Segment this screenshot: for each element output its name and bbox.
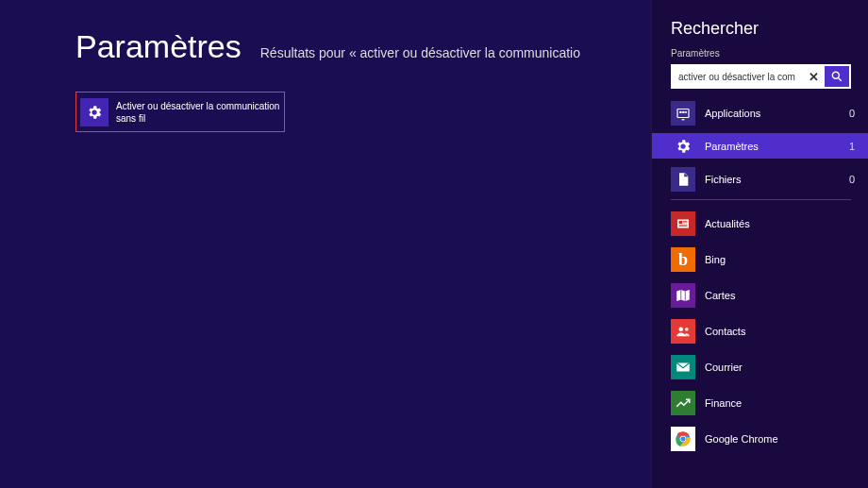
- news-icon: [671, 211, 695, 236]
- svg-rect-12: [679, 226, 688, 227]
- app-list: ActualitésbBingCartesContactsCourrierFin…: [671, 210, 851, 453]
- scope-count: 1: [849, 141, 862, 152]
- finance-icon: [671, 391, 695, 415]
- scope-item-paramètres[interactable]: Paramètres1: [652, 133, 868, 159]
- app-item-cartes[interactable]: Cartes: [671, 281, 851, 310]
- scope-item-fichiers[interactable]: Fichiers0: [652, 166, 868, 192]
- gear-icon: [671, 134, 695, 159]
- app-label: Courrier: [705, 362, 743, 373]
- maps-icon: [671, 283, 695, 308]
- app-item-google-chrome[interactable]: Google Chrome: [671, 425, 851, 453]
- file-icon: [671, 167, 695, 192]
- results-pane: Paramètres Résultats pour « activer ou d…: [0, 0, 651, 488]
- clear-icon[interactable]: ✕: [809, 70, 819, 84]
- gear-icon: [80, 98, 108, 126]
- scope-count: 0: [849, 174, 862, 185]
- scope-item-applications[interactable]: Applications0: [652, 100, 868, 126]
- app-label: Actualités: [705, 218, 750, 229]
- svg-rect-10: [683, 223, 688, 224]
- search-result-tile[interactable]: Activer ou désactiver la communication s…: [75, 92, 285, 132]
- divider: [671, 199, 851, 200]
- bing-icon: b: [671, 247, 695, 272]
- svg-point-16: [679, 328, 684, 332]
- svg-rect-8: [679, 221, 683, 224]
- scope-label: Applications: [705, 108, 849, 119]
- scope-count: 0: [849, 108, 862, 119]
- svg-rect-9: [683, 221, 688, 222]
- svg-rect-5: [685, 110, 687, 112]
- app-item-actualités[interactable]: Actualités: [671, 210, 851, 238]
- svg-point-22: [681, 437, 686, 442]
- app-item-finance[interactable]: Finance: [671, 389, 851, 417]
- app-item-bing[interactable]: bBing: [671, 245, 851, 274]
- search-input[interactable]: [671, 64, 825, 89]
- scope-label: Paramètres: [705, 141, 849, 152]
- svg-point-17: [685, 328, 689, 331]
- results-subtitle: Résultats pour « activer ou désactiver l…: [260, 45, 580, 60]
- scope-label: Fichiers: [705, 174, 849, 185]
- apps-icon: [671, 101, 695, 126]
- results-header: Paramètres Résultats pour « activer ou d…: [75, 28, 651, 65]
- svg-line-1: [838, 77, 841, 80]
- app-label: Google Chrome: [705, 433, 778, 445]
- svg-rect-4: [682, 110, 684, 112]
- search-row: ✕: [671, 64, 851, 89]
- app-label: Contacts: [705, 326, 745, 337]
- app-label: Finance: [705, 397, 742, 409]
- charm-title: Rechercher: [671, 19, 851, 39]
- search-charm-panel: Rechercher Paramètres ✕ Applications0Par…: [651, 0, 868, 488]
- svg-point-0: [832, 72, 839, 78]
- svg-rect-11: [679, 225, 688, 226]
- app-label: Bing: [705, 254, 726, 265]
- app-item-courrier[interactable]: Courrier: [671, 353, 851, 381]
- charm-scope-label: Paramètres: [671, 48, 851, 59]
- contacts-icon: [671, 319, 695, 344]
- svg-rect-3: [679, 110, 681, 112]
- chrome-icon: [671, 427, 695, 451]
- mail-icon: [671, 355, 695, 379]
- svg-marker-13: [676, 290, 690, 301]
- app-item-contacts[interactable]: Contacts: [671, 317, 851, 345]
- search-button[interactable]: [825, 64, 851, 89]
- page-title: Paramètres: [75, 28, 242, 65]
- search-result-label: Activer ou désactiver la communication s…: [108, 100, 280, 125]
- scope-list: Applications0Paramètres1Fichiers0: [671, 100, 851, 192]
- app-label: Cartes: [705, 290, 735, 301]
